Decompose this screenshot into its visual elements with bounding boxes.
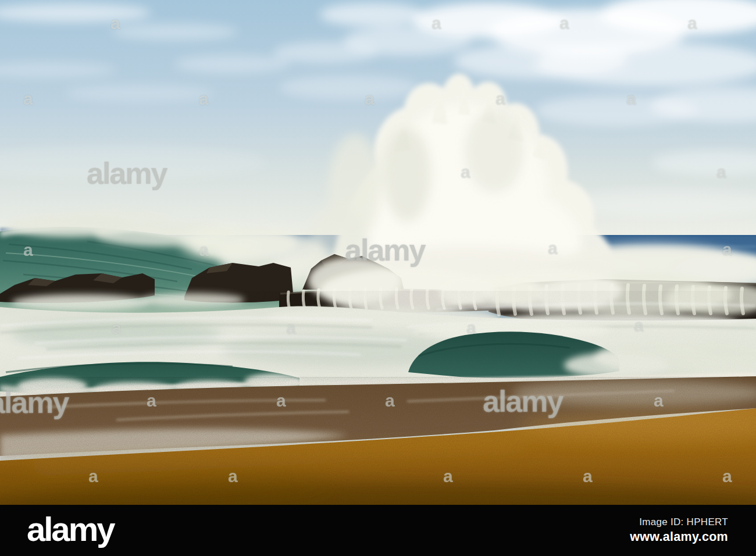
sand-grain-texture <box>0 377 756 505</box>
image-meta: Image ID:HPHERT www.alamy.com <box>630 516 728 544</box>
image-id-line: Image ID:HPHERT <box>639 516 728 528</box>
alamy-logo: alamy <box>27 512 113 546</box>
beach-scene <box>0 0 756 505</box>
image-id-label: Image ID: <box>639 516 683 528</box>
foam-grain-texture <box>0 291 756 378</box>
beach-photo: a a a a a a a a a alamy a a a a alamy a … <box>0 0 756 505</box>
stock-photo-page: a a a a a a a a a alamy a a a a alamy a … <box>0 0 756 556</box>
attribution-bar: alamy Image ID:HPHERT www.alamy.com <box>0 505 756 556</box>
website-url: www.alamy.com <box>630 530 728 544</box>
image-id-value: HPHERT <box>687 516 728 528</box>
